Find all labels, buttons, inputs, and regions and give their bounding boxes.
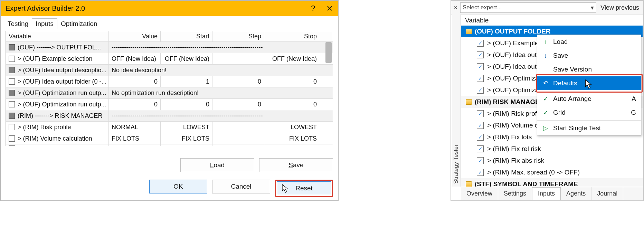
row-checkbox[interactable] (9, 113, 15, 119)
cell-step[interactable] (212, 122, 264, 133)
cell-value[interactable]: ----------------------------------------… (109, 42, 320, 53)
close-button[interactable] (321, 1, 338, 16)
cell-start[interactable]: LOWEST (161, 122, 212, 133)
tree-checkbox[interactable]: ✓ (477, 145, 484, 152)
table-row[interactable]: > (OUF) Example selectionOFF (New Idea)O… (6, 53, 333, 65)
col-stop[interactable]: Stop (264, 31, 320, 41)
cell-stop[interactable]: 0.0 (264, 144, 320, 146)
ttab-inputs[interactable]: Inputs (532, 187, 561, 200)
col-variable[interactable]: Variable (6, 31, 109, 41)
cell-value[interactable]: ----------------------------------------… (109, 110, 320, 121)
table-row[interactable]: > (OUF) Optimization run outp...No optim… (6, 87, 333, 99)
tab-inputs[interactable]: Inputs (32, 18, 57, 29)
cell-variable[interactable]: > (OUF) Idea output descriptio... (6, 65, 109, 76)
ttab-journal[interactable]: Journal (591, 187, 623, 200)
cell-variable[interactable]: > (RIM) Risk profile (6, 122, 109, 133)
cancel-button[interactable]: Cancel (212, 180, 270, 193)
cell-step[interactable]: 0 (212, 76, 264, 87)
cell-step[interactable]: 0 (212, 99, 264, 110)
tree-checkbox[interactable]: ✓ (477, 87, 484, 94)
cell-stop[interactable]: 0 (264, 99, 320, 110)
col-step[interactable]: Step (212, 31, 264, 41)
cell-variable[interactable]: (RIM) -------> RISK MANAGER (6, 110, 109, 121)
ok-button[interactable]: OK (149, 180, 207, 193)
row-checkbox[interactable] (9, 145, 15, 146)
col-value[interactable]: Value (109, 31, 161, 41)
cell-step[interactable]: 0.0 (212, 144, 264, 146)
save-button[interactable]: Save (259, 158, 333, 172)
tree-item[interactable]: ✓> (RIM) Max. spread (0 -> OFF) (461, 167, 643, 178)
cell-val[interactable]: NORMAL (109, 122, 161, 133)
cell-stop[interactable]: LOWEST (264, 122, 320, 133)
tree-item[interactable]: ✓> (RIM) Fix rel risk (461, 143, 643, 155)
tree-checkbox[interactable]: ✓ (477, 51, 484, 58)
table-row[interactable]: > (OUF) Idea output folder (0 -...0100 (6, 76, 333, 87)
cell-val[interactable]: 1.0 (109, 144, 161, 146)
tree-checkbox[interactable]: ✓ (477, 75, 484, 82)
row-checkbox[interactable] (9, 56, 15, 62)
row-checkbox[interactable] (9, 44, 15, 50)
table-row[interactable]: > (RIM) Fix lots1.01.00.00.0 (6, 144, 333, 146)
cell-value[interactable]: No optimization run description! (109, 87, 320, 98)
tree-checkbox[interactable]: ✓ (477, 110, 484, 117)
menu-load[interactable]: ↑Load (537, 35, 641, 49)
cell-stop[interactable]: OFF (New Idea) (264, 53, 320, 64)
cell-variable[interactable]: > (RIM) Volume calculation (6, 133, 109, 144)
cell-start[interactable]: 1.0 (161, 144, 212, 146)
row-checkbox[interactable] (9, 78, 15, 85)
tree-checkbox[interactable]: ✓ (477, 134, 484, 141)
cell-start[interactable]: 0 (161, 99, 212, 110)
tree-group[interactable]: (STF) SYMBOL AND TIMEFRAME (461, 178, 643, 187)
dialog-titlebar[interactable]: Expert Advisor Builder 2.0 ? (1, 1, 338, 16)
side-tab-strategy-tester[interactable]: Strategy Tester (452, 15, 461, 187)
cell-variable[interactable]: (OUF) -------> OUTPUT FOL... (6, 42, 109, 53)
table-row[interactable]: > (RIM) Risk profileNORMALLOWESTLOWEST (6, 122, 333, 133)
table-row[interactable]: (OUF) -------> OUTPUT FOL...------------… (6, 42, 333, 53)
cell-step[interactable] (212, 53, 264, 64)
cell-val[interactable]: OFF (New Idea) (109, 53, 161, 64)
tree-item[interactable]: ✓> (RIM) Fix abs risk (461, 155, 643, 167)
cell-variable[interactable]: > (RIM) Fix lots (6, 144, 109, 146)
row-checkbox[interactable] (9, 67, 15, 73)
cell-start[interactable]: FIX LOTS (161, 133, 212, 144)
col-start[interactable]: Start (161, 31, 212, 41)
row-checkbox[interactable] (9, 135, 15, 142)
panel-close-button[interactable]: × (453, 4, 459, 11)
cell-val[interactable]: 0 (109, 99, 161, 110)
inputs-grid[interactable]: Variable Value Start Step Stop (OUF) ---… (6, 31, 333, 146)
help-button[interactable]: ? (305, 1, 321, 16)
menu-auto-arrange[interactable]: ✓Auto Arrange A (537, 92, 641, 106)
ttab-agents[interactable]: Agents (561, 187, 591, 200)
cell-val[interactable]: FIX LOTS (109, 133, 161, 144)
table-row[interactable]: > (OUF) Idea output descriptio...No idea… (6, 65, 333, 76)
tab-optimization[interactable]: Optimization (57, 19, 101, 29)
tab-testing[interactable]: Testing (4, 19, 32, 29)
cell-value[interactable]: No idea description! (109, 65, 320, 76)
table-row[interactable]: > (OUF) Optimization run outp...0000 (6, 99, 333, 110)
scrollbar-thumb[interactable] (325, 42, 332, 63)
tree-header-variable[interactable]: Variable (461, 15, 643, 26)
row-checkbox[interactable] (9, 101, 15, 107)
tree-checkbox[interactable]: ✓ (477, 169, 484, 176)
view-previous-button[interactable]: View previous (598, 4, 642, 11)
cell-variable[interactable]: > (OUF) Optimization run outp... (6, 99, 109, 110)
cell-variable[interactable]: > (OUF) Optimization run outp... (6, 87, 109, 98)
menu-grid[interactable]: ✓Grid G (537, 106, 641, 120)
cell-start[interactable]: 1 (161, 76, 212, 87)
menu-save[interactable]: ↓Save (537, 49, 641, 63)
tree-checkbox[interactable]: ✓ (477, 40, 484, 47)
cell-step[interactable] (212, 133, 264, 144)
menu-defaults[interactable]: ↶Defaults (537, 76, 641, 90)
row-checkbox[interactable] (9, 124, 15, 130)
expert-select[interactable]: Select expert... ▾ (460, 2, 596, 13)
tree-checkbox[interactable]: ✓ (477, 122, 484, 129)
tree-checkbox[interactable]: ✓ (477, 157, 484, 164)
cell-start[interactable]: OFF (New Idea) (161, 53, 212, 64)
cell-variable[interactable]: > (OUF) Example selection (6, 53, 109, 64)
cell-stop[interactable]: 0 (264, 76, 320, 87)
menu-start-single-test[interactable]: ▷Start Single Test (537, 121, 641, 135)
menu-save-version[interactable]: Save Version (537, 63, 641, 76)
cell-stop[interactable]: FIX LOTS (264, 133, 320, 144)
cell-val[interactable]: 0 (109, 76, 161, 87)
load-button[interactable]: Load (180, 158, 254, 172)
